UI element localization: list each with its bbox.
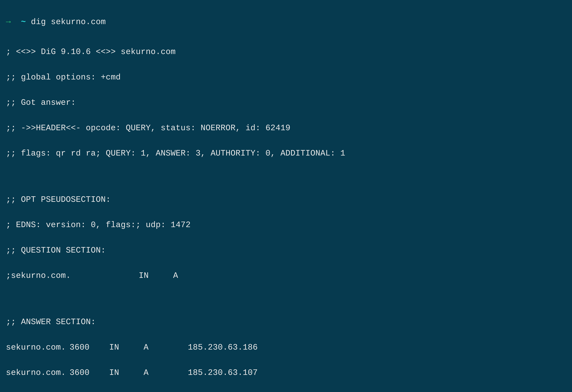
answer-address: 185.230.63.186 bbox=[188, 341, 258, 354]
terminal-window[interactable]: → ~ dig sekurno.com ; <<>> DiG 9.10.6 <<… bbox=[0, 0, 572, 392]
prompt-arrow-icon: → bbox=[6, 17, 11, 27]
answer-address: 185.230.63.107 bbox=[188, 366, 258, 379]
question-section-header: ;; QUESTION SECTION: bbox=[6, 244, 566, 257]
answer-class: IN bbox=[109, 341, 119, 354]
answer-ttl: 3600 bbox=[60, 366, 90, 379]
answer-name: sekurno.com. bbox=[6, 366, 60, 379]
dig-banner: ; <<>> DiG 9.10.6 <<>> sekurno.com bbox=[6, 45, 566, 58]
question-name: ;sekurno.com. bbox=[6, 269, 139, 282]
answer-row: sekurno.com.3600 IN A 185.230.63.107 bbox=[6, 366, 566, 379]
answer-section-header: ;; ANSWER SECTION: bbox=[6, 316, 566, 328]
got-answer-line: ;; Got answer: bbox=[6, 96, 566, 109]
question-type: A bbox=[173, 269, 178, 282]
blank-line bbox=[6, 172, 566, 181]
question-row: ;sekurno.com.INA bbox=[6, 269, 566, 282]
answer-row: sekurno.com.3600 IN A 185.230.63.186 bbox=[6, 341, 566, 354]
answer-type: A bbox=[143, 366, 148, 379]
global-options-line: ;; global options: +cmd bbox=[6, 71, 566, 84]
flags-line: ;; flags: qr rd ra; QUERY: 1, ANSWER: 3,… bbox=[6, 147, 566, 160]
blank-line bbox=[6, 295, 566, 303]
answer-class: IN bbox=[109, 366, 119, 379]
header-line: ;; ->>HEADER<<- opcode: QUERY, status: N… bbox=[6, 122, 566, 134]
edns-line: ; EDNS: version: 0, flags:; udp: 1472 bbox=[6, 219, 566, 231]
opt-pseudosection-header: ;; OPT PSEUDOSECTION: bbox=[6, 193, 566, 206]
command-text: dig sekurno.com bbox=[31, 17, 106, 27]
answer-ttl: 3600 bbox=[60, 341, 90, 354]
prompt-line: → ~ dig sekurno.com bbox=[6, 16, 566, 28]
prompt-cwd: ~ bbox=[21, 17, 26, 27]
answer-name: sekurno.com. bbox=[6, 341, 60, 354]
question-class: IN bbox=[139, 269, 173, 282]
answer-type: A bbox=[143, 341, 148, 354]
